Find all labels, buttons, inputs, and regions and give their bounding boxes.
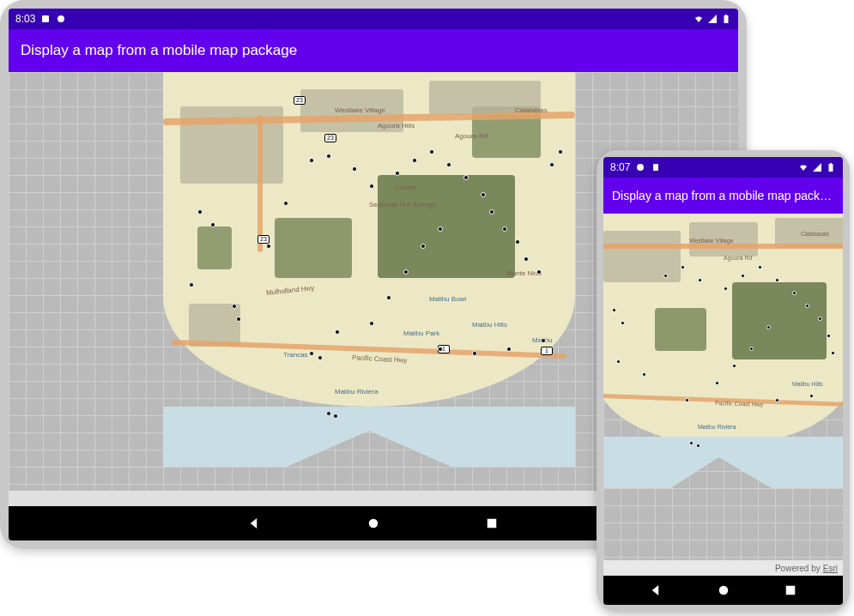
map-place-label: Malibu Park (403, 329, 439, 337)
map-poi (758, 265, 762, 269)
svg-rect-5 (488, 519, 497, 528)
map-poi (612, 308, 616, 312)
map-poi (326, 411, 331, 416)
map-poi (438, 226, 443, 232)
app-bar: Display a map from a mobile map pack… (603, 178, 843, 214)
map-poi (369, 321, 374, 326)
status-bar: 8:07 (603, 157, 843, 178)
map-poi (749, 347, 754, 351)
status-bar: 8:03 (9, 9, 738, 29)
nav-back-icon[interactable] (649, 583, 664, 598)
app-title: Display a map from a mobile map package (21, 42, 297, 59)
map-poi (792, 291, 796, 295)
map-poi (266, 244, 271, 249)
nav-back-icon[interactable] (247, 516, 263, 531)
map-poi (524, 257, 529, 262)
attribution-prefix: Powered by (775, 564, 821, 573)
map-poi (395, 171, 400, 176)
map-poi (827, 334, 831, 338)
route-shield: 23 (324, 134, 336, 142)
battery-icon (721, 14, 731, 24)
map-poi (621, 321, 625, 325)
map-poi (715, 381, 719, 385)
map-place-label: Cornell (395, 184, 416, 191)
circle-icon (56, 14, 66, 24)
map-poi (685, 398, 689, 402)
map-poi (283, 201, 288, 206)
map-poi (481, 192, 486, 197)
map-poi (489, 209, 494, 214)
map-road-label: Agoura Rd (455, 132, 488, 140)
map-poi (463, 175, 469, 180)
svg-rect-0 (42, 15, 49, 22)
status-clock: 8:07 (610, 161, 630, 173)
map-poi (232, 304, 237, 309)
map-vegetation (197, 226, 232, 269)
map-poi (724, 287, 728, 291)
map-poi (558, 149, 563, 154)
map-place-label: Agoura Rd (724, 255, 752, 261)
nav-recent-icon[interactable] (783, 583, 798, 598)
map-poi (189, 282, 194, 287)
nav-home-icon[interactable] (716, 583, 731, 598)
map-poi (681, 265, 685, 269)
map-attribution: Powered by Esri (603, 560, 843, 576)
svg-rect-2 (724, 15, 729, 23)
map-poi (403, 269, 409, 275)
map-poi (318, 355, 323, 360)
map-poi (326, 154, 331, 159)
map-place-label: Calabasas (515, 106, 548, 114)
map-place-label: Westlake Village (335, 106, 385, 114)
circle-icon (635, 162, 645, 172)
svg-point-4 (369, 519, 379, 528)
map-poi (236, 317, 241, 322)
map-road-101 (603, 244, 843, 249)
map-poi (502, 226, 507, 232)
map-poi (809, 394, 814, 398)
map-poi (197, 209, 203, 214)
map-poi (805, 304, 809, 308)
svg-point-6 (637, 164, 644, 171)
svg-rect-11 (785, 586, 795, 595)
map-poi (549, 162, 554, 167)
map-poi (775, 398, 779, 402)
map-poi (515, 239, 520, 245)
map-poi (741, 274, 745, 278)
app-title: Display a map from a mobile map pack… (612, 189, 834, 202)
phone-device: 8:07 Display (597, 150, 850, 612)
map-place-label: Malibu Hills (472, 321, 507, 329)
map-vegetation (732, 282, 827, 359)
map-poi (766, 325, 771, 329)
map-place-label: Agoura Hills (378, 122, 415, 130)
map-poi (210, 222, 215, 227)
map-road-23 (257, 115, 263, 252)
route-shield: 23 (257, 235, 270, 244)
map-poi (421, 244, 426, 249)
nav-recent-icon[interactable] (484, 516, 500, 531)
map-place-label: Seminole Hot Springs (369, 201, 435, 208)
map-built-area (603, 231, 681, 282)
wifi-icon (693, 14, 704, 24)
map-poi (309, 351, 314, 356)
map-view[interactable]: Westlake Village Agoura Rd Calabasas Mal… (603, 214, 843, 576)
route-shield: 23 (294, 96, 306, 105)
app-bar: Display a map from a mobile map package (9, 29, 738, 72)
system-nav-bar (603, 576, 843, 605)
signal-icon (707, 14, 718, 24)
phone-screen: 8:07 Display (603, 157, 843, 605)
map-place-label: Malibu Riviera (335, 388, 379, 396)
map-poi (309, 158, 314, 163)
route-shield: 1 (541, 347, 553, 355)
nav-home-icon[interactable] (366, 516, 381, 531)
svg-rect-8 (829, 164, 833, 172)
attribution-link[interactable]: Esri (823, 564, 838, 573)
map-poi (506, 347, 512, 352)
map-poi (642, 372, 646, 377)
map-poi (352, 166, 357, 172)
svg-point-10 (718, 586, 728, 595)
map-poi (775, 278, 779, 282)
map-poi (541, 338, 546, 343)
map-poi (369, 184, 374, 189)
map-poi (696, 444, 700, 448)
map-place-label: Calabasas (801, 231, 829, 237)
